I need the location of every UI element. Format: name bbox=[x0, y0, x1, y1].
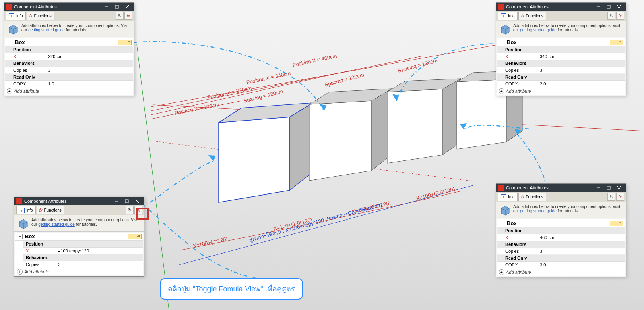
tab-info[interactable]: iInfo bbox=[16, 206, 36, 214]
refresh-button[interactable]: ↻ bbox=[607, 12, 615, 20]
titlebar[interactable]: Component Attributes bbox=[496, 3, 626, 11]
component-name[interactable]: Box bbox=[507, 220, 610, 226]
attr-value[interactable]: 3 bbox=[537, 67, 625, 73]
add-icon[interactable]: + bbox=[499, 269, 504, 275]
minimize-button[interactable] bbox=[593, 184, 603, 192]
minimize-button[interactable] bbox=[101, 3, 111, 11]
attr-key: COPY bbox=[5, 81, 45, 87]
unit-indicator[interactable]: cm bbox=[118, 40, 132, 45]
label-x0: X=100+(0*120) bbox=[192, 236, 228, 249]
attribute-panel: − Box cm Position X 460 cm Behaviors Cop… bbox=[497, 219, 625, 276]
add-attribute-row[interactable]: + Add attribute bbox=[15, 268, 143, 275]
refresh-button[interactable]: ↻ bbox=[116, 12, 124, 20]
attr-value[interactable]: 3.0 bbox=[537, 262, 625, 268]
attr-value[interactable]: 2.0 bbox=[537, 81, 625, 87]
toggle-formula-button[interactable]: fx bbox=[616, 12, 624, 20]
tab-info[interactable]: iInfo bbox=[498, 193, 518, 201]
unit-indicator[interactable]: cm bbox=[610, 40, 623, 45]
label-pos-460: Position X = 460cm bbox=[292, 53, 338, 68]
tab-info[interactable]: iInfo bbox=[498, 12, 518, 20]
add-attribute-row[interactable]: + Add attribute bbox=[497, 87, 625, 95]
attr-key: Copies bbox=[497, 67, 537, 73]
component-attributes-dialog[interactable]: Component Attributes iInfo fxFunctions ↻… bbox=[4, 2, 134, 96]
getting-started-link[interactable]: getting started guide bbox=[520, 28, 557, 32]
close-button[interactable] bbox=[122, 3, 132, 11]
tab-info[interactable]: iInfo bbox=[6, 12, 26, 20]
component-attributes-dialog[interactable]: Component Attributes iInfo fxFunctions ↻… bbox=[496, 183, 626, 277]
add-attribute-row[interactable]: + Add attribute bbox=[5, 87, 133, 95]
attribute-row[interactable]: COPY 2.0 bbox=[497, 81, 625, 87]
add-icon[interactable]: + bbox=[499, 88, 504, 94]
titlebar[interactable]: Component Attributes bbox=[4, 3, 134, 11]
svg-rect-46 bbox=[607, 5, 610, 8]
attr-value[interactable]: 3 bbox=[45, 67, 133, 73]
maximize-button[interactable] bbox=[122, 197, 132, 205]
section-behaviors: Behaviors bbox=[497, 60, 625, 67]
toggle-formula-button[interactable]: fx bbox=[124, 12, 132, 20]
attribute-row[interactable]: Copies 3 bbox=[497, 248, 625, 255]
attr-value[interactable]: 1.0 bbox=[45, 81, 133, 87]
info-banner: Add attributes below to create your comp… bbox=[496, 21, 626, 37]
attribute-row[interactable]: X 460 cm bbox=[497, 234, 625, 241]
add-attribute-row[interactable]: + Add attribute bbox=[497, 268, 625, 276]
sketchup-app-icon bbox=[6, 4, 12, 10]
unit-indicator[interactable]: cm bbox=[128, 234, 142, 239]
collapse-toggle[interactable]: − bbox=[17, 234, 23, 239]
attr-value[interactable]: 460 cm bbox=[537, 234, 625, 241]
maximize-button[interactable] bbox=[603, 184, 614, 192]
tab-functions[interactable]: fxFunctions bbox=[27, 12, 54, 20]
component-name[interactable]: Box bbox=[25, 233, 128, 239]
toggle-formula-button[interactable]: fx bbox=[616, 193, 624, 201]
attr-key: X bbox=[23, 248, 56, 254]
collapse-toggle[interactable]: − bbox=[499, 40, 504, 45]
attr-value[interactable]: 220 cm bbox=[45, 53, 133, 60]
section-position: Position bbox=[5, 46, 133, 53]
collapse-toggle[interactable]: − bbox=[7, 40, 12, 45]
tab-functions[interactable]: fxFunctions bbox=[37, 206, 64, 214]
minimize-button[interactable] bbox=[593, 3, 603, 11]
close-button[interactable] bbox=[614, 3, 624, 11]
add-icon[interactable]: + bbox=[7, 88, 12, 94]
tab-functions[interactable]: fxFunctions bbox=[518, 12, 546, 20]
attr-value[interactable]: 340 cm bbox=[537, 53, 625, 60]
collapse-toggle[interactable]: − bbox=[499, 221, 504, 226]
tab-bar: iInfo fxFunctions ↻ fx bbox=[496, 192, 626, 202]
attribute-row[interactable]: X 340 cm bbox=[497, 53, 625, 60]
minimize-button[interactable] bbox=[111, 197, 122, 205]
attribute-row[interactable]: X =100+copy*120 bbox=[23, 248, 143, 254]
add-icon[interactable]: + bbox=[17, 269, 23, 275]
component-name[interactable]: Box bbox=[15, 39, 118, 45]
attr-value[interactable]: 3 bbox=[537, 248, 625, 254]
getting-started-link[interactable]: getting started guide bbox=[28, 28, 65, 32]
titlebar[interactable]: Component Attributes bbox=[496, 184, 626, 192]
component-name[interactable]: Box bbox=[507, 39, 610, 45]
attribute-row[interactable]: Copies 3 bbox=[497, 67, 625, 74]
maximize-button[interactable] bbox=[603, 3, 614, 11]
close-button[interactable] bbox=[132, 197, 142, 205]
attribute-row[interactable]: X 220 cm bbox=[5, 53, 133, 60]
attr-value[interactable]: =100+copy*120 bbox=[56, 248, 143, 254]
fx-icon: fx bbox=[521, 14, 524, 18]
attribute-row[interactable]: Copies 3 bbox=[5, 67, 133, 74]
refresh-button[interactable]: ↻ bbox=[607, 193, 615, 201]
unit-indicator[interactable]: cm bbox=[610, 221, 623, 226]
maximize-button[interactable] bbox=[111, 3, 122, 11]
refresh-button[interactable]: ↻ bbox=[126, 206, 134, 214]
attribute-row[interactable]: COPY 1.0 bbox=[5, 81, 133, 87]
attribute-row[interactable]: Copies 3 bbox=[23, 261, 143, 268]
fx-icon: fx bbox=[39, 208, 43, 212]
getting-started-link[interactable]: getting started guide bbox=[520, 209, 557, 213]
getting-started-link[interactable]: getting started guide bbox=[38, 222, 75, 227]
close-button[interactable] bbox=[614, 184, 624, 192]
component-attributes-dialog[interactable]: Component Attributes iInfo fxFunctions ↻… bbox=[14, 197, 144, 277]
highlight-toggle-formula bbox=[136, 208, 149, 220]
tab-bar: iInfo fxFunctions ↻ fx bbox=[4, 11, 134, 21]
section-readonly: Read Only bbox=[497, 74, 625, 81]
tab-bar: iInfo fxFunctions ↻ fx bbox=[496, 11, 626, 21]
component-attributes-dialog[interactable]: Component Attributes iInfo fxFunctions ↻… bbox=[496, 2, 626, 96]
attribute-row[interactable]: COPY 3.0 bbox=[497, 262, 625, 268]
titlebar[interactable]: Component Attributes bbox=[14, 197, 144, 205]
svg-rect-54 bbox=[607, 186, 610, 189]
attr-value[interactable]: 3 bbox=[56, 261, 143, 268]
tab-functions[interactable]: fxFunctions bbox=[518, 193, 546, 201]
